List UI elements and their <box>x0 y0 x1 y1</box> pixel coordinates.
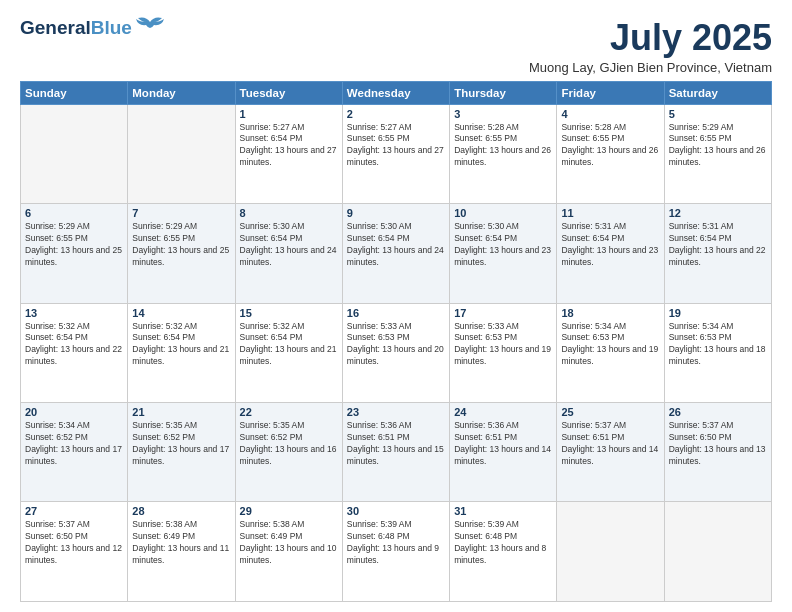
calendar-cell: 3Sunrise: 5:28 AMSunset: 6:55 PMDaylight… <box>450 104 557 203</box>
day-info: Sunrise: 5:29 AMSunset: 6:55 PMDaylight:… <box>669 122 767 170</box>
day-number: 22 <box>240 406 338 418</box>
day-number: 6 <box>25 207 123 219</box>
weekday-header-row: SundayMondayTuesdayWednesdayThursdayFrid… <box>21 81 772 104</box>
calendar-cell: 29Sunrise: 5:38 AMSunset: 6:49 PMDayligh… <box>235 502 342 602</box>
day-info: Sunrise: 5:34 AMSunset: 6:52 PMDaylight:… <box>25 420 123 468</box>
day-info: Sunrise: 5:35 AMSunset: 6:52 PMDaylight:… <box>132 420 230 468</box>
day-number: 1 <box>240 108 338 120</box>
day-info: Sunrise: 5:27 AMSunset: 6:55 PMDaylight:… <box>347 122 445 170</box>
calendar-cell: 27Sunrise: 5:37 AMSunset: 6:50 PMDayligh… <box>21 502 128 602</box>
day-number: 25 <box>561 406 659 418</box>
location: Muong Lay, GJien Bien Province, Vietnam <box>529 60 772 75</box>
calendar-cell: 7Sunrise: 5:29 AMSunset: 6:55 PMDaylight… <box>128 204 235 303</box>
day-number: 3 <box>454 108 552 120</box>
day-number: 13 <box>25 307 123 319</box>
header: GeneralBlue July 2025 Muong Lay, GJien B… <box>20 18 772 75</box>
calendar-cell: 14Sunrise: 5:32 AMSunset: 6:54 PMDayligh… <box>128 303 235 402</box>
calendar-cell: 28Sunrise: 5:38 AMSunset: 6:49 PMDayligh… <box>128 502 235 602</box>
day-number: 16 <box>347 307 445 319</box>
day-info: Sunrise: 5:35 AMSunset: 6:52 PMDaylight:… <box>240 420 338 468</box>
calendar-cell <box>128 104 235 203</box>
day-number: 9 <box>347 207 445 219</box>
day-info: Sunrise: 5:39 AMSunset: 6:48 PMDaylight:… <box>347 519 445 567</box>
calendar-cell: 18Sunrise: 5:34 AMSunset: 6:53 PMDayligh… <box>557 303 664 402</box>
day-info: Sunrise: 5:31 AMSunset: 6:54 PMDaylight:… <box>669 221 767 269</box>
page: GeneralBlue July 2025 Muong Lay, GJien B… <box>0 0 792 612</box>
day-number: 4 <box>561 108 659 120</box>
day-info: Sunrise: 5:32 AMSunset: 6:54 PMDaylight:… <box>132 321 230 369</box>
calendar-week-row: 13Sunrise: 5:32 AMSunset: 6:54 PMDayligh… <box>21 303 772 402</box>
calendar-week-row: 6Sunrise: 5:29 AMSunset: 6:55 PMDaylight… <box>21 204 772 303</box>
calendar-cell: 15Sunrise: 5:32 AMSunset: 6:54 PMDayligh… <box>235 303 342 402</box>
day-number: 30 <box>347 505 445 517</box>
weekday-header-sunday: Sunday <box>21 81 128 104</box>
month-year: July 2025 <box>529 18 772 58</box>
weekday-header-monday: Monday <box>128 81 235 104</box>
day-info: Sunrise: 5:39 AMSunset: 6:48 PMDaylight:… <box>454 519 552 567</box>
day-info: Sunrise: 5:37 AMSunset: 6:50 PMDaylight:… <box>669 420 767 468</box>
day-info: Sunrise: 5:32 AMSunset: 6:54 PMDaylight:… <box>240 321 338 369</box>
calendar-cell: 6Sunrise: 5:29 AMSunset: 6:55 PMDaylight… <box>21 204 128 303</box>
day-info: Sunrise: 5:28 AMSunset: 6:55 PMDaylight:… <box>454 122 552 170</box>
day-info: Sunrise: 5:33 AMSunset: 6:53 PMDaylight:… <box>347 321 445 369</box>
logo: GeneralBlue <box>20 18 166 39</box>
day-number: 31 <box>454 505 552 517</box>
weekday-header-wednesday: Wednesday <box>342 81 449 104</box>
day-number: 23 <box>347 406 445 418</box>
calendar-cell: 9Sunrise: 5:30 AMSunset: 6:54 PMDaylight… <box>342 204 449 303</box>
day-number: 17 <box>454 307 552 319</box>
calendar-cell: 12Sunrise: 5:31 AMSunset: 6:54 PMDayligh… <box>664 204 771 303</box>
calendar-cell: 11Sunrise: 5:31 AMSunset: 6:54 PMDayligh… <box>557 204 664 303</box>
day-number: 28 <box>132 505 230 517</box>
calendar-cell: 5Sunrise: 5:29 AMSunset: 6:55 PMDaylight… <box>664 104 771 203</box>
day-number: 18 <box>561 307 659 319</box>
calendar-cell <box>557 502 664 602</box>
day-number: 7 <box>132 207 230 219</box>
calendar-cell: 19Sunrise: 5:34 AMSunset: 6:53 PMDayligh… <box>664 303 771 402</box>
day-info: Sunrise: 5:38 AMSunset: 6:49 PMDaylight:… <box>240 519 338 567</box>
logo-bird-icon <box>134 14 166 36</box>
day-number: 2 <box>347 108 445 120</box>
day-info: Sunrise: 5:28 AMSunset: 6:55 PMDaylight:… <box>561 122 659 170</box>
day-number: 11 <box>561 207 659 219</box>
day-info: Sunrise: 5:30 AMSunset: 6:54 PMDaylight:… <box>240 221 338 269</box>
calendar-cell: 21Sunrise: 5:35 AMSunset: 6:52 PMDayligh… <box>128 403 235 502</box>
calendar-cell: 10Sunrise: 5:30 AMSunset: 6:54 PMDayligh… <box>450 204 557 303</box>
day-info: Sunrise: 5:37 AMSunset: 6:50 PMDaylight:… <box>25 519 123 567</box>
day-number: 21 <box>132 406 230 418</box>
calendar-cell: 23Sunrise: 5:36 AMSunset: 6:51 PMDayligh… <box>342 403 449 502</box>
calendar-week-row: 1Sunrise: 5:27 AMSunset: 6:54 PMDaylight… <box>21 104 772 203</box>
day-number: 24 <box>454 406 552 418</box>
weekday-header-friday: Friday <box>557 81 664 104</box>
day-number: 10 <box>454 207 552 219</box>
day-info: Sunrise: 5:36 AMSunset: 6:51 PMDaylight:… <box>454 420 552 468</box>
calendar-cell <box>21 104 128 203</box>
calendar-cell: 31Sunrise: 5:39 AMSunset: 6:48 PMDayligh… <box>450 502 557 602</box>
day-info: Sunrise: 5:34 AMSunset: 6:53 PMDaylight:… <box>561 321 659 369</box>
calendar-cell: 17Sunrise: 5:33 AMSunset: 6:53 PMDayligh… <box>450 303 557 402</box>
day-number: 27 <box>25 505 123 517</box>
day-info: Sunrise: 5:36 AMSunset: 6:51 PMDaylight:… <box>347 420 445 468</box>
day-info: Sunrise: 5:31 AMSunset: 6:54 PMDaylight:… <box>561 221 659 269</box>
calendar-cell: 20Sunrise: 5:34 AMSunset: 6:52 PMDayligh… <box>21 403 128 502</box>
calendar-cell: 30Sunrise: 5:39 AMSunset: 6:48 PMDayligh… <box>342 502 449 602</box>
title-section: July 2025 Muong Lay, GJien Bien Province… <box>529 18 772 75</box>
day-info: Sunrise: 5:30 AMSunset: 6:54 PMDaylight:… <box>347 221 445 269</box>
calendar-cell: 16Sunrise: 5:33 AMSunset: 6:53 PMDayligh… <box>342 303 449 402</box>
weekday-header-saturday: Saturday <box>664 81 771 104</box>
calendar-cell: 24Sunrise: 5:36 AMSunset: 6:51 PMDayligh… <box>450 403 557 502</box>
day-info: Sunrise: 5:34 AMSunset: 6:53 PMDaylight:… <box>669 321 767 369</box>
day-info: Sunrise: 5:27 AMSunset: 6:54 PMDaylight:… <box>240 122 338 170</box>
logo-text: GeneralBlue <box>20 18 132 39</box>
calendar-cell <box>664 502 771 602</box>
weekday-header-tuesday: Tuesday <box>235 81 342 104</box>
calendar-cell: 26Sunrise: 5:37 AMSunset: 6:50 PMDayligh… <box>664 403 771 502</box>
day-number: 29 <box>240 505 338 517</box>
day-number: 14 <box>132 307 230 319</box>
calendar-cell: 4Sunrise: 5:28 AMSunset: 6:55 PMDaylight… <box>557 104 664 203</box>
day-info: Sunrise: 5:38 AMSunset: 6:49 PMDaylight:… <box>132 519 230 567</box>
day-info: Sunrise: 5:32 AMSunset: 6:54 PMDaylight:… <box>25 321 123 369</box>
calendar-cell: 22Sunrise: 5:35 AMSunset: 6:52 PMDayligh… <box>235 403 342 502</box>
calendar-cell: 13Sunrise: 5:32 AMSunset: 6:54 PMDayligh… <box>21 303 128 402</box>
calendar-cell: 1Sunrise: 5:27 AMSunset: 6:54 PMDaylight… <box>235 104 342 203</box>
